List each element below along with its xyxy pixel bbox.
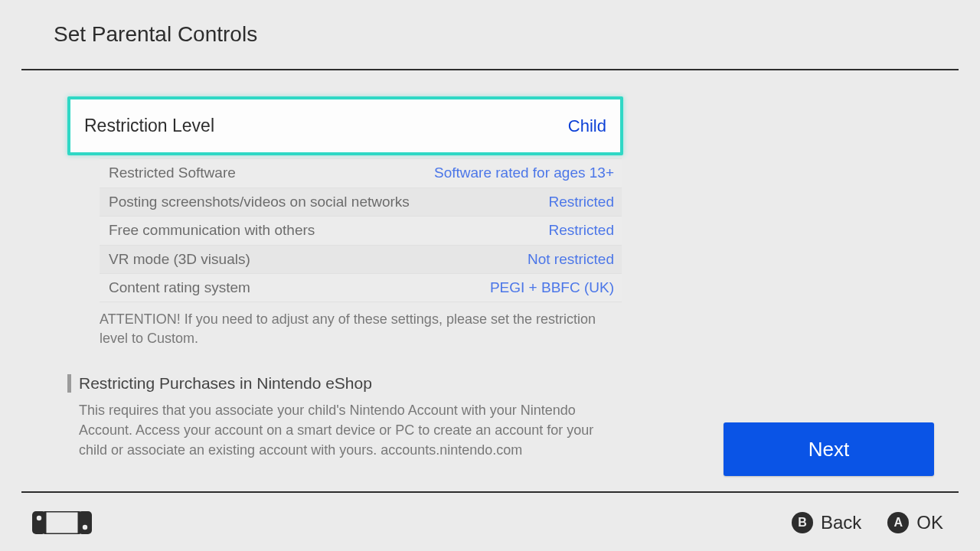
section-title: Restricting Purchases in Nintendo eShop bbox=[79, 374, 372, 393]
restriction-level-label: Restriction Level bbox=[84, 116, 214, 136]
setting-label: VR mode (3D visuals) bbox=[109, 251, 250, 268]
setting-label: Restricted Software bbox=[109, 165, 236, 181]
svg-point-3 bbox=[37, 516, 41, 520]
setting-row: Posting screenshots/videos on social net… bbox=[100, 187, 622, 217]
footer-hints: B Back A OK bbox=[792, 512, 943, 533]
setting-value: Not restricted bbox=[528, 251, 614, 268]
section-bar-icon bbox=[67, 374, 71, 393]
header: Set Parental Controls bbox=[0, 0, 980, 69]
setting-row: Content rating system PEGI + BBFC (UK) bbox=[100, 273, 622, 302]
next-button-label: Next bbox=[808, 438, 849, 461]
setting-label: Free communication with others bbox=[109, 222, 315, 239]
restriction-level-row[interactable]: Restriction Level Child bbox=[67, 96, 623, 155]
section-heading: Restricting Purchases in Nintendo eShop bbox=[67, 374, 628, 393]
settings-list: Restricted Software Software rated for a… bbox=[100, 158, 622, 302]
setting-value: Restricted bbox=[548, 194, 614, 210]
setting-label: Content rating system bbox=[109, 279, 250, 296]
svg-rect-2 bbox=[45, 511, 79, 534]
setting-value: PEGI + BBFC (UK) bbox=[490, 279, 614, 296]
left-column: Restriction Level Child Restricted Softw… bbox=[0, 70, 628, 491]
a-button-icon: A bbox=[887, 512, 909, 533]
setting-row: Restricted Software Software rated for a… bbox=[100, 158, 622, 187]
page-title: Set Parental Controls bbox=[54, 22, 257, 47]
ok-hint[interactable]: A OK bbox=[887, 512, 943, 533]
svg-rect-0 bbox=[32, 511, 46, 534]
svg-point-4 bbox=[83, 525, 87, 530]
setting-label: Posting screenshots/videos on social net… bbox=[109, 194, 410, 210]
restriction-level-value: Child bbox=[568, 116, 606, 136]
footer: B Back A OK bbox=[0, 493, 980, 551]
setting-value: Restricted bbox=[548, 222, 614, 239]
back-label: Back bbox=[821, 512, 861, 533]
next-button[interactable]: Next bbox=[724, 422, 934, 476]
setting-value: Software rated for ages 13+ bbox=[434, 165, 614, 181]
setting-row: VR mode (3D visuals) Not restricted bbox=[100, 245, 622, 274]
b-button-icon: B bbox=[792, 512, 813, 533]
section-body: This requires that you associate your ch… bbox=[79, 400, 599, 460]
svg-rect-1 bbox=[78, 511, 92, 534]
attention-text: ATTENTION! If you need to adjust any of … bbox=[100, 310, 612, 348]
main: Restriction Level Child Restricted Softw… bbox=[0, 70, 980, 491]
back-hint[interactable]: B Back bbox=[792, 512, 861, 533]
right-column: Next bbox=[628, 70, 980, 491]
ok-label: OK bbox=[916, 512, 943, 533]
console-icon bbox=[32, 511, 92, 534]
setting-row: Free communication with others Restricte… bbox=[100, 216, 622, 245]
